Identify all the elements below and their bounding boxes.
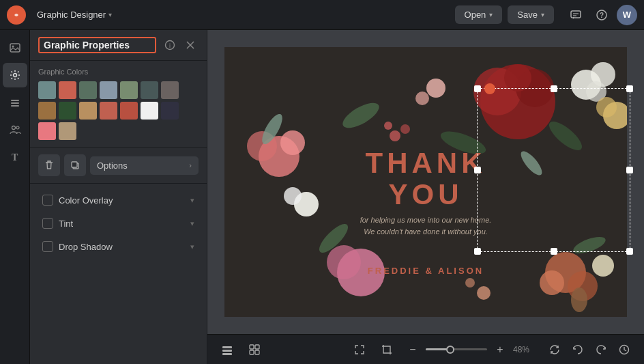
color-swatch-11[interactable] (120, 102, 138, 120)
svg-rect-59 (250, 345, 254, 349)
duplicate-tool-button[interactable] (64, 154, 86, 176)
sel-handle-mr[interactable] (626, 167, 633, 173)
effect-expand-1[interactable]: ▾ (190, 219, 194, 228)
color-swatch-9[interactable] (79, 102, 97, 120)
app-name-button[interactable]: Graphic Designer ▾ (31, 7, 117, 23)
svg-text:T: T (12, 152, 18, 163)
colors-section: Graphic Colors (30, 61, 207, 148)
effect-label-0: Color Overlay (59, 195, 185, 206)
color-swatch-14[interactable] (38, 122, 56, 140)
svg-point-40 (415, 92, 429, 105)
canvas-workspace[interactable]: THANK YOU for helping us move into our n… (207, 30, 644, 334)
svg-point-13 (16, 126, 19, 129)
color-swatch-0[interactable] (38, 81, 56, 99)
svg-point-53 (571, 288, 587, 312)
svg-text:i: i (169, 42, 171, 49)
bottom-toolbar: − + 48% (207, 334, 644, 364)
color-swatch-1[interactable] (59, 81, 76, 99)
panel-close-button[interactable] (182, 37, 199, 53)
refresh-button[interactable] (544, 339, 565, 360)
color-swatch-4[interactable] (120, 81, 138, 99)
panel-header: Graphic Properties i (30, 30, 207, 61)
color-swatch-15[interactable] (59, 122, 76, 140)
svg-point-22 (473, 68, 521, 115)
color-grid (38, 81, 199, 140)
options-button[interactable]: Options › (90, 156, 199, 175)
zoom-slider-thumb[interactable] (446, 346, 454, 354)
svg-point-26 (591, 62, 615, 87)
svg-point-46 (603, 102, 627, 129)
color-swatch-10[interactable] (100, 102, 117, 120)
color-swatch-12[interactable] (141, 102, 158, 120)
properties-panel: Graphic Properties i Graphic Colo (30, 30, 207, 364)
card-subtitle-text: for helping us move into our new home. W… (360, 214, 492, 238)
color-swatch-8[interactable] (59, 102, 76, 120)
svg-point-21 (480, 64, 555, 139)
svg-rect-1 (571, 11, 581, 18)
app-logo[interactable] (7, 5, 26, 25)
user-avatar[interactable]: W (617, 5, 637, 25)
effect-checkbox-2[interactable] (42, 241, 53, 252)
chat-icon-button[interactable] (565, 4, 587, 26)
svg-rect-58 (222, 353, 232, 355)
effect-row-1[interactable]: Tint ▾ (38, 212, 199, 234)
svg-rect-60 (255, 345, 259, 349)
effect-expand-2[interactable]: ▾ (190, 242, 194, 251)
color-swatch-3[interactable] (100, 81, 117, 99)
zoom-slider[interactable] (426, 348, 487, 350)
canvas-card[interactable]: THANK YOU for helping us move into our n… (224, 47, 627, 317)
layers-toggle-button[interactable] (217, 339, 237, 360)
zoom-out-button[interactable]: − (404, 341, 422, 359)
svg-point-50 (540, 270, 564, 295)
color-swatch-5[interactable] (141, 81, 158, 99)
svg-rect-62 (255, 350, 259, 354)
sidebar-text-btn[interactable]: T (3, 145, 27, 169)
colors-section-label: Graphic Colors (38, 68, 199, 76)
zoom-in-button[interactable]: + (491, 341, 509, 359)
effect-checkbox-1[interactable] (42, 218, 53, 229)
crop-button[interactable] (377, 339, 397, 360)
svg-point-23 (516, 69, 554, 107)
svg-point-42 (518, 148, 546, 178)
card-background: THANK YOU for helping us move into our n… (224, 47, 627, 317)
effect-row-0[interactable]: Color Overlay ▾ (38, 189, 199, 211)
panel-info-button[interactable]: i (162, 37, 178, 53)
sel-handle-tr[interactable] (626, 85, 633, 92)
panel-header-icons: i (162, 37, 199, 53)
svg-point-38 (545, 117, 586, 154)
icon-sidebar: T (0, 30, 30, 364)
sidebar-settings-btn[interactable] (3, 63, 27, 87)
svg-point-52 (571, 234, 607, 257)
sidebar-layers-btn[interactable] (3, 90, 27, 115)
svg-point-39 (426, 79, 445, 98)
effects-section: Color Overlay ▾ Tint ▾ Drop Shadow ▾ (30, 184, 207, 263)
delete-tool-button[interactable] (38, 154, 60, 176)
effect-checkbox-0[interactable] (42, 195, 53, 206)
sidebar-people-btn[interactable] (3, 117, 27, 142)
options-chevron: › (189, 161, 192, 169)
save-button[interactable]: Save ▾ (508, 5, 554, 24)
color-swatch-2[interactable] (79, 81, 97, 99)
undo-button[interactable] (568, 339, 588, 360)
sel-handle-br[interactable] (626, 248, 633, 255)
color-swatch-6[interactable] (161, 81, 179, 99)
effect-row-2[interactable]: Drop Shadow ▾ (38, 236, 199, 257)
grid-toggle-button[interactable] (244, 339, 265, 360)
effect-expand-0[interactable]: ▾ (190, 196, 194, 205)
svg-point-8 (13, 74, 16, 77)
svg-point-48 (545, 252, 586, 293)
options-label: Options (97, 160, 128, 171)
color-swatch-7[interactable] (38, 102, 56, 120)
svg-point-34 (327, 245, 361, 279)
history-button[interactable] (614, 339, 634, 360)
panel-toolbar: Options › (30, 148, 207, 184)
svg-point-31 (294, 192, 319, 216)
help-icon-button[interactable]: ? (591, 4, 613, 26)
expand-button[interactable] (349, 339, 370, 360)
color-swatch-13[interactable] (161, 102, 179, 120)
svg-point-45 (384, 122, 392, 130)
svg-point-12 (12, 126, 15, 130)
redo-button[interactable] (591, 339, 611, 360)
open-button[interactable]: Open ▾ (455, 5, 503, 24)
sidebar-images-btn[interactable] (3, 36, 27, 60)
